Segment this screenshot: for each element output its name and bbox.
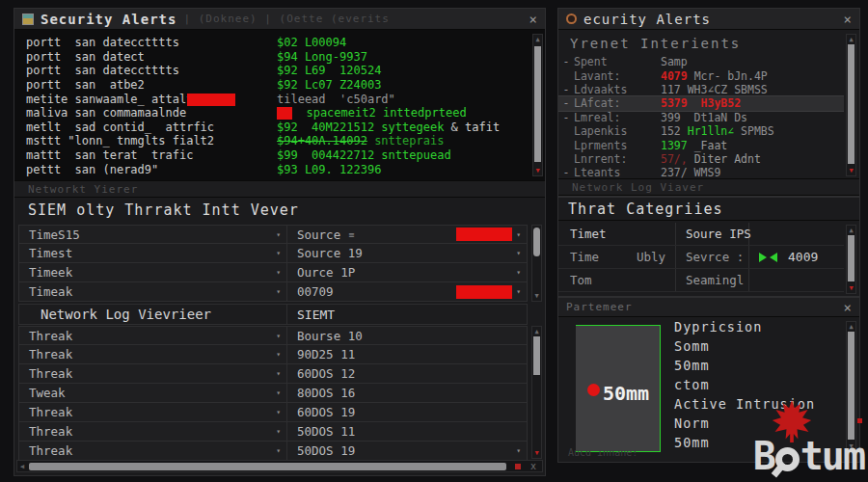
log-row[interactable]: Threak▾Bourse 10 xyxy=(18,326,528,345)
tree-row[interactable]: Lnrrent:57/, Diter Adnt xyxy=(558,152,844,166)
scroll-down-icon[interactable]: ▼ xyxy=(847,167,855,174)
tree-label: Lnrrent: xyxy=(574,152,661,166)
scroll-down-icon[interactable]: ▼ xyxy=(533,167,542,174)
tree-row[interactable]: Lprments1397 _Faat xyxy=(558,138,844,151)
log-cell-threat[interactable]: Threak▾ xyxy=(19,327,287,344)
threat-row[interactable]: TimetSoure IPS xyxy=(558,223,844,246)
log-cell-threat[interactable]: Threak▾ xyxy=(19,442,287,460)
close-icon[interactable]: × xyxy=(844,13,852,26)
scroll-left-icon[interactable]: ◀ xyxy=(17,463,27,470)
scrollbar-thumb[interactable] xyxy=(29,463,506,470)
scroll-up-icon[interactable]: ▲ xyxy=(532,328,541,335)
tree-label: Lprments xyxy=(574,139,661,152)
cell-label: Threak xyxy=(29,366,72,381)
terminal-line: metite sanwaamle_ attaltstileead 'c50ard… xyxy=(26,92,531,106)
alerts-scrollbar[interactable]: ▲ ▼ xyxy=(846,34,856,176)
log-row[interactable]: Threak▾60DOS 19 xyxy=(18,403,528,422)
log-cell-value[interactable]: 60DOS 19 xyxy=(287,403,527,421)
scrollbar-thumb[interactable] xyxy=(848,235,854,281)
log-row[interactable]: Threak▾50DOS 19▾ xyxy=(18,442,528,461)
tree-row[interactable]: -LAfcat:5379 H3yB52 xyxy=(558,96,844,110)
text-segment: $94+40Λ.14092 xyxy=(277,134,367,147)
cell-label: Tweak xyxy=(29,386,66,400)
text-segment: metlt sad contid_ attrfic xyxy=(26,120,214,134)
close-icon[interactable]: × xyxy=(529,13,537,26)
siem-row[interactable]: Timeek▾Ource 1P▾ xyxy=(18,263,528,282)
tree-expander[interactable]: - xyxy=(558,111,574,124)
chevron-down-icon: ▾ xyxy=(276,350,281,359)
terminal-line-left: maliva san commamaalnde xyxy=(26,106,277,120)
log-cell-threat[interactable]: Threak▾ xyxy=(19,403,287,421)
text-segment: msttt "lonn_ tnmglts fialt2 xyxy=(26,134,214,147)
scrollbar-thumb[interactable] xyxy=(848,44,854,164)
tree-value: 1397 _Faat xyxy=(661,139,727,152)
chevron-down-icon: ▾ xyxy=(276,249,281,257)
log-cell-threat[interactable]: Tweak▾ xyxy=(19,384,287,402)
spec-item: ctom xyxy=(674,377,815,396)
tree-row[interactable]: -Lmreal:399 Dt1aN Ds xyxy=(558,111,844,124)
siem-row[interactable]: Timest▾Source 19▾ xyxy=(18,244,528,263)
scrollbar-thumb[interactable] xyxy=(533,336,540,375)
siem-cell-time[interactable]: TimeS15▾ xyxy=(19,226,287,243)
threat-row[interactable]: TomSeamingl xyxy=(558,269,844,292)
log-cell-value[interactable]: Bourse 10 xyxy=(287,327,527,344)
siem-row[interactable]: TimeS15▾Source≡▾ xyxy=(18,225,528,244)
tree-value: 5379 H3yB52 xyxy=(661,96,741,110)
log-scrollbar[interactable]: ▲ ▼ xyxy=(531,326,542,459)
play-forward-icon[interactable] xyxy=(759,253,767,262)
scroll-down-icon[interactable]: ▼ xyxy=(532,449,541,457)
scroll-up-icon[interactable]: ▲ xyxy=(847,227,855,234)
log-row[interactable]: Threak▾90D25 11 xyxy=(18,345,528,364)
tree-row[interactable]: Lavant:4079 Mcr- bJn.4P xyxy=(558,68,844,82)
siem-cell-source[interactable]: Source≡▾ xyxy=(287,226,527,243)
scrollbar-thumb[interactable] xyxy=(534,46,541,162)
siem-cell-source[interactable]: Ource 1P▾ xyxy=(287,263,527,281)
scroll-up-icon[interactable]: ▲ xyxy=(847,323,855,331)
siem-cell-time[interactable]: Timeak▾ xyxy=(19,282,287,301)
resize-grip[interactable] xyxy=(515,464,521,469)
cell-label: Timeak xyxy=(29,284,72,299)
siem-cell-time[interactable]: Timeek▾ xyxy=(19,263,287,281)
text-segment: SPMBS xyxy=(734,124,774,138)
siem-cell-source[interactable]: Source 19▾ xyxy=(287,244,527,262)
text-segment: Samp xyxy=(661,55,688,68)
siem-row[interactable]: Timeak▾00709▾ xyxy=(18,282,528,302)
close-icon[interactable]: × xyxy=(844,301,852,314)
scroll-down-icon[interactable]: ▼ xyxy=(847,284,855,292)
close-icon[interactable]: x xyxy=(530,461,536,471)
scroll-up-icon[interactable]: ▲ xyxy=(533,36,542,43)
tree-expander[interactable]: - xyxy=(558,55,574,68)
tree-expander[interactable]: - xyxy=(558,83,574,96)
log-cell-value[interactable]: 80DOS 16 xyxy=(287,384,527,402)
horizontal-scrollbar[interactable]: ◀ x xyxy=(16,460,543,472)
log-cell-threat[interactable]: Threak▾ xyxy=(19,364,287,383)
terminal-scrollbar[interactable]: ▲ ▼ xyxy=(532,34,543,176)
tree-row[interactable]: -SpentSamp xyxy=(558,55,844,68)
log-row[interactable]: Threak▾50DOS 11 xyxy=(18,422,528,442)
log-row[interactable]: Threak▾60DOS 12 xyxy=(18,364,528,384)
log-row[interactable]: Tweak▾80DOS 16 xyxy=(18,384,528,403)
log-cell-threat[interactable]: Threak▾ xyxy=(19,422,287,441)
threat-table: TimetSoure IPSTimeUblySevrce :4009TomSea… xyxy=(558,223,844,292)
scroll-up-icon[interactable]: ▲ xyxy=(847,36,855,43)
spec-item: Somm xyxy=(674,338,815,358)
siem-scrollbar[interactable]: ▼ xyxy=(531,225,542,302)
siem-cell-source[interactable]: 00709▾ xyxy=(287,282,527,301)
tree-row[interactable]: -Ldvaakts117 WH3∠CZ SBMSS xyxy=(558,83,844,96)
log-cell-value[interactable]: 50DOS 19▾ xyxy=(287,442,527,460)
text-segment: metite sanwaamle_ attalts xyxy=(26,93,201,106)
log-cell-value[interactable]: 60DOS 12 xyxy=(287,364,527,383)
siem-cell-time[interactable]: Timest▾ xyxy=(19,244,287,262)
threat-scrollbar[interactable]: ▲ ▼ xyxy=(846,225,856,294)
log-cell-value[interactable]: 50DOS 11 xyxy=(287,422,527,441)
log-cell-threat[interactable]: Threak▾ xyxy=(19,345,287,363)
play-back-icon[interactable] xyxy=(770,253,777,262)
terminal-line-left: pettt san (nerad9" xyxy=(26,163,277,176)
scrollbar-thumb[interactable] xyxy=(533,228,540,256)
log-cell-value[interactable]: 90D25 11 xyxy=(287,345,527,363)
terminal-line-right: $94+40Λ.14092 sntteprais xyxy=(277,134,531,147)
tree-expander[interactable]: - xyxy=(558,96,574,110)
tree-row[interactable]: Lapenkis152 Hr1lln∠ SPMBS xyxy=(558,124,844,138)
threat-row[interactable]: TimeUblySevrce :4009 xyxy=(558,246,844,269)
scroll-down-icon[interactable]: ▼ xyxy=(532,292,541,300)
